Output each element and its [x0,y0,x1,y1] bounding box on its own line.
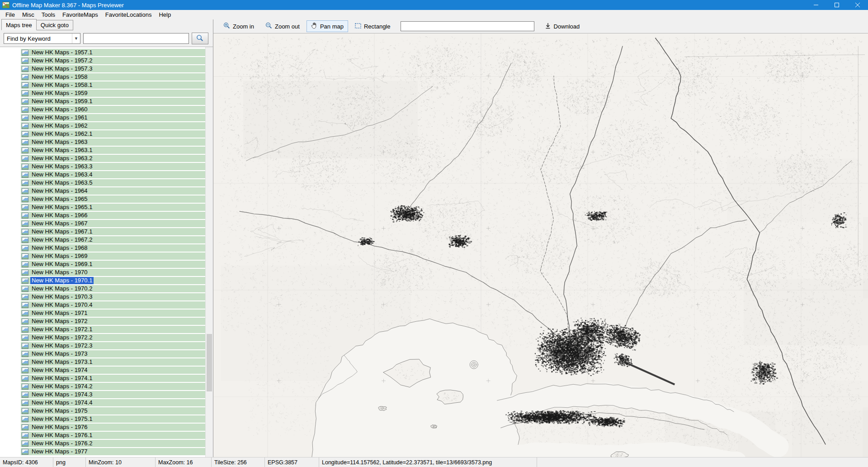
menu-tools[interactable]: Tools [38,10,59,19]
status-segment: MinZoom: 10 [86,457,156,467]
tree-item-label: New HK Maps - 1965.1 [30,204,94,211]
tree-item[interactable]: New HK Maps - 1967.1 [21,228,205,235]
menu-help[interactable]: Help [155,10,175,19]
tree-item[interactable]: New HK Maps - 1962 [21,122,205,129]
menu-misc[interactable]: Misc [19,10,38,19]
tree-item[interactable]: New HK Maps - 1976.1 [21,432,205,439]
rectangle-button[interactable]: Rectangle [350,21,395,32]
menu-file[interactable]: File [2,10,19,19]
tree-item[interactable]: New HK Maps - 1974.1 [21,375,205,382]
pan-map-button[interactable]: Pan map [307,20,348,32]
tree-item[interactable]: New HK Maps - 1970.4 [21,301,205,309]
search-input[interactable] [83,33,189,44]
zoom-in-button[interactable]: Zoom in [219,20,259,32]
status-segment: Longitude=114.157562, Latitude=22.373571… [319,457,537,467]
tree-item[interactable]: New HK Maps - 1968 [21,244,205,252]
tree-item-label: New HK Maps - 1975.1 [30,415,94,423]
map-icon [22,286,28,292]
tree-item-label: New HK Maps - 1963.1 [30,147,94,154]
search-row: Find by Keyword ▼ [0,30,213,47]
tree-item[interactable]: New HK Maps - 1963 [21,138,205,146]
menu-favoritelocations[interactable]: FavoriteLocations [102,10,156,19]
tree-item-label: New HK Maps - 1960 [30,106,89,113]
tree-item[interactable]: New HK Maps - 1960 [21,106,205,113]
map-icon [22,180,28,186]
tree-item[interactable]: New HK Maps - 1975 [21,407,205,415]
tree-item-label: New HK Maps - 1964 [30,187,89,195]
maximize-button[interactable] [826,0,847,10]
tree-item[interactable]: New HK Maps - 1958 [21,73,205,81]
tree-item[interactable]: New HK Maps - 1973 [21,350,205,357]
tree-item-label: New HK Maps - 1967.1 [30,228,94,235]
tree-item[interactable]: New HK Maps - 1974.3 [21,391,205,398]
tree-item-label: New HK Maps - 1970 [30,269,89,276]
map-viewport[interactable] [213,33,868,457]
tree-item[interactable]: New HK Maps - 1963.2 [21,155,205,162]
tree-item[interactable]: New HK Maps - 1959 [21,90,205,97]
tree-item[interactable]: New HK Maps - 1965 [21,195,205,203]
tree-item[interactable]: New HK Maps - 1971 [21,310,205,317]
tree-item-label: New HK Maps - 1963.5 [30,179,94,186]
tree-item[interactable]: New HK Maps - 1972.2 [21,334,205,341]
tree-item[interactable]: New HK Maps - 1957.3 [21,65,205,72]
map-icon [22,253,28,259]
close-button[interactable] [847,0,868,10]
window-body: Maps tree Quick goto Find by Keyword ▼ [0,19,868,457]
tree-item-label: New HK Maps - 1969.1 [30,261,94,268]
map-icon [22,270,28,276]
tree-item[interactable]: New HK Maps - 1970.2 [21,285,205,292]
map-canvas[interactable] [213,33,868,457]
minimize-button[interactable] [806,0,826,10]
tree-item[interactable]: New HK Maps - 1976.2 [21,440,205,447]
tree-item-label: New HK Maps - 1966 [30,212,89,219]
tree-item[interactable]: New HK Maps - 1974 [21,367,205,374]
tree-item[interactable]: New HK Maps - 1977 [21,448,205,455]
tree-item[interactable]: New HK Maps - 1969.1 [21,261,205,268]
tree-item[interactable]: New HK Maps - 1972.3 [21,342,205,349]
tree-item[interactable]: New HK Maps - 1970.1 [21,277,205,284]
tree-scrollbar-thumb[interactable] [207,334,212,391]
tree-item[interactable]: New HK Maps - 1969 [21,253,205,260]
tree-item[interactable]: New HK Maps - 1975.1 [21,415,205,423]
tree-item[interactable]: New HK Maps - 1976 [21,424,205,431]
toolbar-input[interactable] [401,21,534,31]
tree-item[interactable]: New HK Maps - 1961 [21,114,205,121]
download-button[interactable]: Download [541,21,584,32]
tree-item[interactable]: New HK Maps - 1972.1 [21,326,205,333]
tab-quick-goto[interactable]: Quick goto [36,20,73,30]
tree-item[interactable]: New HK Maps - 1972 [21,318,205,325]
tree-item-label: New HK Maps - 1977 [30,448,89,455]
tree-item[interactable]: New HK Maps - 1966 [21,212,205,219]
titlebar: Offline Map Maker 8.367 - Maps Previewer [0,0,868,10]
tree-scrollbar[interactable] [205,47,213,457]
tree-item[interactable]: New HK Maps - 1963.1 [21,147,205,154]
map-icon [22,139,28,145]
tree-item[interactable]: New HK Maps - 1957.1 [21,49,205,56]
tree-item[interactable]: New HK Maps - 1964 [21,187,205,195]
tree-item[interactable]: New HK Maps - 1970 [21,269,205,276]
tab-maps-tree[interactable]: Maps tree [1,19,37,30]
map-icon [22,376,28,381]
tree-item[interactable]: New HK Maps - 1973.1 [21,358,205,366]
tree-item[interactable]: New HK Maps - 1974.4 [21,399,205,406]
menu-favoritemaps[interactable]: FavoriteMaps [59,10,102,19]
tree-item[interactable]: New HK Maps - 1963.4 [21,171,205,178]
map-icon [22,237,28,243]
tree-item-label: New HK Maps - 1972 [30,318,89,325]
tree-item[interactable]: New HK Maps - 1967 [21,220,205,227]
tree-item[interactable]: New HK Maps - 1965.1 [21,204,205,211]
tree-item[interactable]: New HK Maps - 1963.3 [21,163,205,170]
tree-item[interactable]: New HK Maps - 1974.2 [21,383,205,390]
tree-item[interactable]: New HK Maps - 1962.1 [21,130,205,138]
find-mode-select[interactable]: Find by Keyword ▼ [4,33,80,44]
zoom-out-button[interactable]: Zoom out [261,20,304,32]
search-button[interactable] [192,33,208,44]
tree-item[interactable]: New HK Maps - 1957.2 [21,57,205,64]
tree-item[interactable]: New HK Maps - 1958.1 [21,81,205,89]
tree-item[interactable]: New HK Maps - 1959.1 [21,98,205,105]
tree-item[interactable]: New HK Maps - 1967.2 [21,236,205,243]
status-segment: png [53,457,86,467]
map-icon [22,335,28,341]
tree-item[interactable]: New HK Maps - 1970.3 [21,293,205,300]
tree-item[interactable]: New HK Maps - 1963.5 [21,179,205,186]
